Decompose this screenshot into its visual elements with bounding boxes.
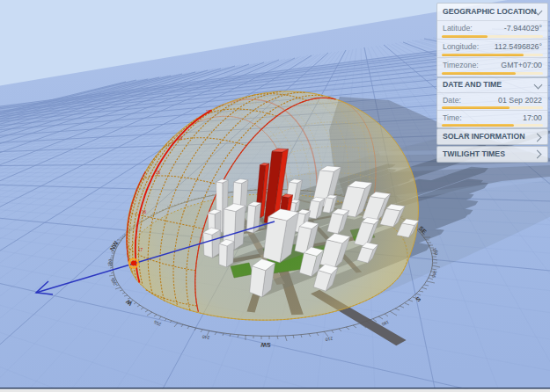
svg-text:15: 15 (156, 171, 161, 175)
svg-text:300: 300 (107, 258, 113, 266)
svg-text:13: 13 (206, 110, 211, 114)
svg-text:14: 14 (178, 136, 183, 141)
svg-text:SW: SW (260, 342, 271, 348)
svg-text:17: 17 (138, 248, 143, 252)
svg-text:16: 16 (142, 210, 147, 214)
